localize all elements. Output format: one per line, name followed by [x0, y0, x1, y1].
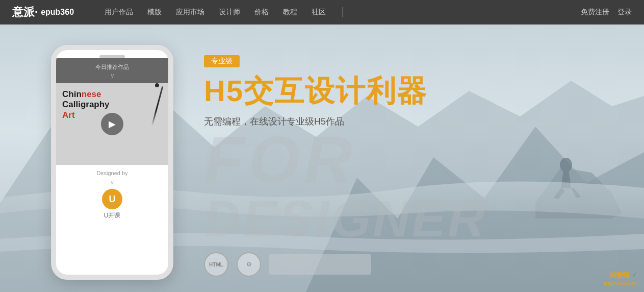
logo-epub-text: epub360: [41, 8, 74, 17]
cta-bar[interactable]: [269, 254, 371, 275]
phone-header-chevron: ∨: [62, 72, 162, 79]
phone-mockup: 今日推荐作品 ∨ Chinnese Calligraphy: [51, 45, 173, 280]
nav-divider: [342, 7, 343, 17]
nav-templates[interactable]: 模版: [147, 8, 162, 17]
phone-footer: Designed by ∨ U U开课: [56, 165, 168, 225]
phone-header: 今日推荐作品 ∨: [56, 58, 168, 83]
navbar: 意派· epub360 用户作品 模版 应用市场 设计师 价格 教程 社区 免费…: [0, 0, 644, 25]
play-overlay[interactable]: ▶: [56, 83, 168, 165]
svg-point-1: [560, 158, 572, 172]
nav-tutorials[interactable]: 教程: [283, 8, 297, 17]
hero-title: H5交互设计利器: [204, 75, 561, 107]
nav-community[interactable]: 社区: [312, 8, 326, 17]
phone-inner: 今日推荐作品 ∨ Chinnese Calligraphy: [56, 58, 168, 270]
avatar-circle[interactable]: U: [102, 189, 122, 209]
avatar-name: U开课: [62, 211, 162, 220]
hero-content: 专业级 H5交互设计利器 无需编程，在线设计专业级H5作品 FOR DESIGN…: [204, 55, 561, 143]
nav-menu: 用户作品 模版 应用市场 设计师 价格 教程 社区: [105, 7, 581, 17]
phone-frame: 今日推荐作品 ∨ Chinnese Calligraphy: [51, 45, 173, 280]
phone-content: Chinnese Calligraphy Art ▶ Designed by ∨: [56, 83, 168, 225]
navbar-actions: 免费注册 登录: [581, 8, 632, 17]
pro-badge: 专业级: [204, 55, 240, 67]
watermark: 经验啦 ✓ jingyanla.com: [604, 270, 638, 286]
logo[interactable]: 意派· epub360: [12, 5, 74, 20]
hero-bottom-icons: HTML ⚙: [204, 252, 371, 277]
nav-user-works[interactable]: 用户作品: [105, 8, 133, 17]
play-button[interactable]: ▶: [101, 113, 123, 135]
designed-by-label: Designed by: [62, 170, 162, 176]
html-icon: HTML: [204, 252, 228, 277]
phone-header-label: 今日推荐作品: [62, 63, 162, 71]
settings-icon: ⚙: [237, 252, 261, 277]
designed-chevron: ∨: [62, 179, 162, 186]
hero-section: 今日推荐作品 ∨ Chinnese Calligraphy: [0, 25, 644, 292]
logo-icon: 意派·: [12, 5, 38, 20]
nav-designers[interactable]: 设计师: [219, 8, 240, 17]
register-link[interactable]: 免费注册: [581, 8, 609, 17]
watermark-url: jingyanla.com: [604, 280, 638, 286]
login-link[interactable]: 登录: [617, 8, 632, 17]
nav-app-market[interactable]: 应用市场: [176, 8, 204, 17]
hero-subtitle: 无需编程，在线设计专业级H5作品: [204, 115, 561, 128]
nav-pricing[interactable]: 价格: [254, 8, 269, 17]
watermark-text: 经验啦 ✓: [604, 270, 638, 280]
phone-image-area[interactable]: Chinnese Calligraphy Art ▶: [56, 83, 168, 165]
